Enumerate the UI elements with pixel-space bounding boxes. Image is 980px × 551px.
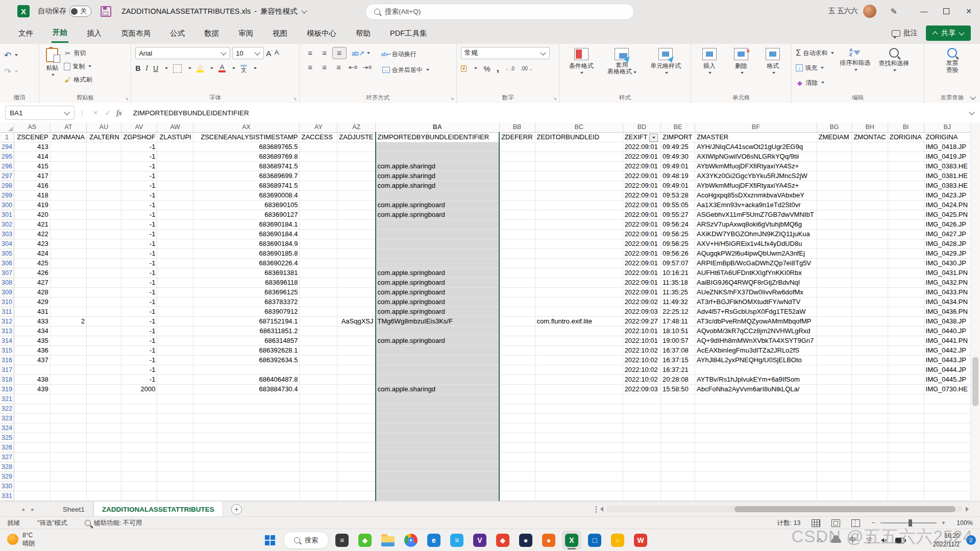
cell[interactable] [535,346,623,356]
cell[interactable] [499,356,535,365]
cell[interactable]: 414 [14,152,50,162]
chrome-browser-icon[interactable] [401,531,421,550]
tab-PDF工具集[interactable]: PDF工具集 [389,24,428,42]
cell[interactable] [499,297,535,307]
cell[interactable]: -1 [121,307,157,317]
cell[interactable] [817,356,852,365]
cell[interactable] [695,443,817,453]
cell[interactable] [535,142,623,152]
cell[interactable]: 2022:09:01 [623,210,660,220]
cell[interactable] [535,288,623,297]
cell[interactable] [86,433,121,443]
cell[interactable] [300,336,337,346]
cell[interactable]: 683690184.9 [193,239,300,249]
cell[interactable] [300,356,337,365]
cell[interactable] [86,462,121,472]
formula-input[interactable]: ZIMPORTEDBYBUNDLEIDENTIFIER [133,109,969,117]
tab-模板中心[interactable]: 模板中心 [306,24,337,42]
cell[interactable] [499,210,535,220]
cell[interactable] [337,433,376,443]
row-header[interactable]: 323 [0,414,14,423]
currency-format-button[interactable]: ¥ [461,65,467,72]
column-header-AV[interactable]: AV [121,122,157,133]
cell[interactable]: 686311851.2 [193,327,300,336]
cell[interactable]: 09:49:01 [661,162,695,171]
column-header-AT[interactable]: AT [50,122,86,133]
cell[interactable] [376,259,500,268]
cell[interactable]: 683690008.4 [193,191,300,201]
cell[interactable] [50,491,86,501]
avatar[interactable] [863,5,876,18]
cell[interactable] [300,220,337,230]
cell[interactable]: 2022:10:01 [623,327,660,336]
filter-applied-icon[interactable] [649,134,658,142]
cell[interactable]: ZORIGINA [924,133,970,142]
tab-开始[interactable]: 开始 [52,23,68,43]
user-name[interactable]: 五 五六六 [828,7,858,16]
cell[interactable] [300,201,337,210]
clear-button[interactable]: ◆清除 [796,77,834,89]
cell[interactable]: com.apple.springboard [376,201,500,210]
cell[interactable]: 435 [14,336,50,346]
cell[interactable] [300,191,337,201]
cell[interactable]: -1 [121,346,157,356]
cell[interactable] [337,385,376,394]
cell[interactable] [86,356,121,365]
cell[interactable] [86,307,121,317]
cell[interactable] [535,297,623,307]
cell[interactable] [852,365,888,375]
confirm-entry-icon[interactable]: ✓ [105,109,111,117]
cell[interactable] [337,423,376,433]
cell[interactable] [157,259,193,268]
cell[interactable]: ZORIGINA [888,133,924,142]
cell[interactable]: 2022:09:01 [623,142,660,152]
cell[interactable] [14,443,50,453]
cell[interactable]: ARSzV7upAxwq8oki6gVtuhjbMQ6g [695,220,817,230]
cell[interactable] [888,268,924,278]
cell[interactable] [888,297,924,307]
cell[interactable] [888,239,924,249]
cell[interactable]: IMG_0440.JP [924,327,970,336]
cell[interactable]: IMG_0427.JP [924,230,970,239]
cell[interactable]: 2022:09:01 [623,181,660,191]
cell[interactable] [623,472,660,482]
cell[interactable] [86,491,121,501]
cell[interactable] [535,482,623,491]
cell[interactable]: IMG_0444.JP [924,365,970,375]
cell[interactable] [50,162,86,171]
cell[interactable] [157,404,193,414]
cell[interactable]: com.apple.sharingd [376,171,500,181]
cell[interactable] [86,171,121,181]
cell[interactable]: IMG_0730.HE [924,385,970,394]
cell[interactable] [852,327,888,336]
cell[interactable]: 11:35:18 [661,278,695,288]
cell[interactable] [14,462,50,472]
cell[interactable]: IMG_0434.PN [924,297,970,307]
cell[interactable] [535,453,623,462]
cell[interactable] [86,181,121,191]
cell[interactable] [535,152,623,162]
cell[interactable] [337,336,376,346]
tab-公式[interactable]: 公式 [169,24,186,42]
cell[interactable]: 2022:10:02 [623,356,660,365]
cell[interactable] [888,375,924,385]
cell[interactable] [623,443,660,453]
cell[interactable] [535,210,623,220]
cell[interactable] [337,414,376,423]
cell[interactable] [817,249,852,259]
decrease-font-icon[interactable]: Aˇ [275,48,280,58]
cell[interactable] [852,336,888,346]
cell[interactable] [193,491,300,501]
cell[interactable] [817,171,852,181]
cell[interactable]: 427 [14,278,50,288]
expand-formula-bar-icon[interactable] [969,109,974,115]
cell[interactable] [86,191,121,201]
cell[interactable]: ZMASTER [695,133,817,142]
cell[interactable]: 683696118 [193,278,300,288]
cell[interactable]: 433 [14,317,50,327]
fill-color-button[interactable]: ◇ [197,64,204,72]
cell[interactable] [535,220,623,230]
cell[interactable] [50,152,86,162]
cell[interactable] [300,443,337,453]
font-color-button[interactable]: A [218,64,226,72]
